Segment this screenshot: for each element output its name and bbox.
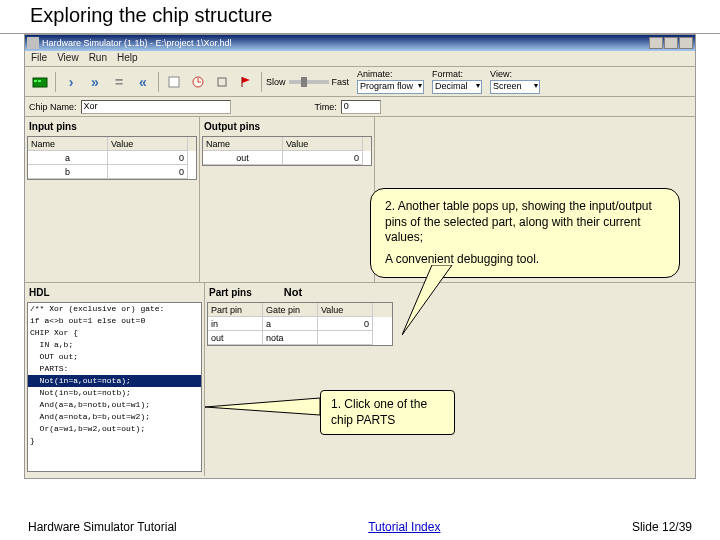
output-pins-header: Output pins bbox=[202, 119, 372, 136]
table-row[interactable]: a 0 bbox=[28, 151, 196, 165]
slide-footer: Hardware Simulator Tutorial Tutorial Ind… bbox=[0, 520, 720, 534]
menu-bar: File View Run Help bbox=[25, 51, 695, 67]
view-dropdown[interactable]: Screen bbox=[490, 80, 540, 94]
col-gatepin: Gate pin bbox=[263, 303, 318, 317]
col-value: Value bbox=[108, 137, 188, 151]
col-partpin: Part pin bbox=[208, 303, 263, 317]
svg-rect-1 bbox=[34, 80, 37, 82]
table-row[interactable]: in a 0 bbox=[208, 317, 392, 331]
svg-marker-8 bbox=[242, 77, 250, 83]
single-step-button[interactable]: › bbox=[60, 71, 82, 93]
input-pins-table: Name Value a 0 b 0 bbox=[27, 136, 197, 180]
chip-name-field[interactable]: Xor bbox=[81, 100, 231, 114]
time-label: Time: bbox=[315, 102, 337, 112]
table-row[interactable]: out 0 bbox=[203, 151, 371, 165]
rewind-button[interactable]: « bbox=[132, 71, 154, 93]
table-row[interactable]: b 0 bbox=[28, 165, 196, 179]
window-title: Hardware Simulator (1.1b) - E:\project 1… bbox=[42, 38, 232, 48]
menu-view[interactable]: View bbox=[57, 52, 79, 65]
callout-2-tail bbox=[402, 265, 462, 335]
format-dropdown[interactable]: Decimal bbox=[432, 80, 482, 94]
lower-area: HDL /** Xor (exclusive or) gate: if a<>b… bbox=[25, 282, 695, 476]
part-pins-header: Part pins bbox=[207, 285, 254, 302]
flag-button[interactable] bbox=[235, 71, 257, 93]
eval-button[interactable] bbox=[211, 71, 233, 93]
part-pins-chip: Not bbox=[284, 286, 302, 298]
fast-label: Fast bbox=[332, 77, 350, 87]
col-name: Name bbox=[28, 137, 108, 151]
callout-1-tail bbox=[205, 395, 325, 425]
part-pins-table: Part pin Gate pin Value in a 0 out nota bbox=[207, 302, 393, 346]
hdl-selected-line[interactable]: Not(in=a,out=nota); bbox=[28, 375, 201, 387]
title-bar: Hardware Simulator (1.1b) - E:\project 1… bbox=[25, 35, 695, 51]
input-pins-header: Input pins bbox=[27, 119, 197, 136]
slide-counter: Slide 12/39 bbox=[632, 520, 692, 534]
minimize-button[interactable] bbox=[649, 37, 663, 49]
clock-button[interactable] bbox=[187, 71, 209, 93]
menu-run[interactable]: Run bbox=[89, 52, 107, 65]
format-label: Format: bbox=[432, 69, 463, 79]
maximize-button[interactable] bbox=[664, 37, 678, 49]
svg-rect-3 bbox=[169, 77, 179, 87]
menu-help[interactable]: Help bbox=[117, 52, 138, 65]
animate-dropdown[interactable]: Program flow bbox=[357, 80, 424, 94]
svg-rect-7 bbox=[218, 78, 226, 86]
chip-name-row: Chip Name: Xor Time: 0 bbox=[25, 97, 695, 117]
app-icon bbox=[27, 37, 39, 49]
stop-button[interactable]: = bbox=[108, 71, 130, 93]
tutorial-index-link[interactable]: Tutorial Index bbox=[368, 520, 440, 534]
svg-rect-2 bbox=[38, 80, 41, 82]
close-button[interactable] bbox=[679, 37, 693, 49]
footer-left: Hardware Simulator Tutorial bbox=[28, 520, 177, 534]
col-value: Value bbox=[283, 137, 363, 151]
view-label: View: bbox=[490, 69, 512, 79]
svg-marker-11 bbox=[205, 398, 320, 415]
slide-title: Exploring the chip structure bbox=[0, 0, 720, 34]
callout-1: 1. Click one of the chip PARTS bbox=[320, 390, 455, 435]
toolbar: › » = « Slow Fast Animate: Program flow … bbox=[25, 67, 695, 97]
svg-rect-0 bbox=[33, 78, 47, 87]
menu-file[interactable]: File bbox=[31, 52, 47, 65]
time-field: 0 bbox=[341, 100, 381, 114]
hdl-listing[interactable]: /** Xor (exclusive or) gate: if a<>b out… bbox=[27, 302, 202, 472]
run-button[interactable]: » bbox=[84, 71, 106, 93]
svg-marker-10 bbox=[402, 265, 452, 335]
hdl-header: HDL bbox=[27, 285, 202, 302]
output-pins-table: Name Value out 0 bbox=[202, 136, 372, 166]
animate-label: Animate: bbox=[357, 69, 393, 79]
speed-slider[interactable] bbox=[289, 80, 329, 84]
table-row[interactable]: out nota bbox=[208, 331, 392, 345]
load-chip-button[interactable] bbox=[29, 71, 51, 93]
col-name: Name bbox=[203, 137, 283, 151]
slow-label: Slow bbox=[266, 77, 286, 87]
load-script-button[interactable] bbox=[163, 71, 185, 93]
chip-name-label: Chip Name: bbox=[29, 102, 77, 112]
col-value: Value bbox=[318, 303, 373, 317]
